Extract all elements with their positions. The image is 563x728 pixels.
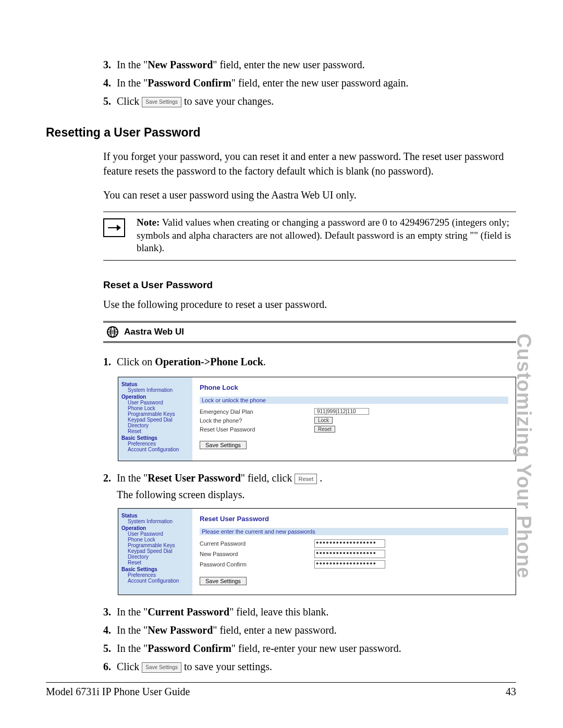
- panel-title: Phone Lock: [200, 384, 508, 391]
- save-settings-button: Save Settings: [200, 441, 247, 449]
- nav-item: User Password: [128, 400, 189, 405]
- note-text: Note: Valid values when creating or chan…: [137, 216, 516, 255]
- save-settings-button-inline: Save Settings: [142, 97, 181, 107]
- side-chapter-tab: Customizing Your Phone: [512, 334, 535, 578]
- step-body: In the "Reset User Password" field, clic…: [117, 471, 516, 486]
- nav-group: Basic Settings: [121, 435, 189, 441]
- step-number: 1.: [103, 354, 117, 369]
- nav-panel: Status System Information Operation User…: [118, 509, 192, 595]
- ui-bar-label: Aastra Web UI: [124, 327, 184, 337]
- step-number: 5.: [103, 641, 117, 656]
- panel-title: Reset User Password: [200, 515, 508, 523]
- nav-item: Preferences: [128, 441, 189, 447]
- new-password-field: ●●●●●●●●●●●●●●●●●●: [314, 550, 385, 558]
- step-number: 5.: [103, 94, 117, 109]
- step-body: Click Save Settings to save your setting…: [117, 659, 516, 674]
- nav-group: Operation: [121, 394, 189, 400]
- step-number: 3.: [103, 604, 117, 620]
- current-password-field: ●●●●●●●●●●●●●●●●●●: [314, 539, 385, 548]
- nav-group: Status: [121, 381, 189, 387]
- subsection-heading: Reset a User Password: [103, 279, 516, 291]
- nav-item: Keypad Speed Dial: [128, 417, 189, 423]
- nav-item: Reset: [128, 428, 189, 434]
- nav-item: Phone Lock: [128, 537, 189, 542]
- step-body: In the "Password Confirm" field, re-ente…: [117, 641, 516, 656]
- step-number: 3.: [103, 57, 117, 72]
- procedure-steps: 1. Click on Operation->Phone Lock.: [103, 354, 516, 369]
- bottom-steps-list: 3. In the "Current Password" field, leav…: [103, 604, 516, 674]
- password-confirm-field: ●●●●●●●●●●●●●●●●●●: [314, 560, 385, 569]
- step-continuation: The following screen displays.: [117, 489, 516, 501]
- save-settings-button: Save Settings: [200, 577, 247, 585]
- paragraph: If you forget your password, you can res…: [103, 149, 516, 178]
- footer-title: Model 6731i IP Phone User Guide: [46, 686, 190, 698]
- nav-item: Programmable Keys: [128, 411, 189, 417]
- step-body: Click on Operation->Phone Lock.: [117, 354, 516, 369]
- nav-group: Operation: [121, 525, 189, 531]
- nav-item: Programmable Keys: [128, 542, 189, 548]
- nav-item: System Information: [128, 519, 189, 524]
- save-settings-button-inline: Save Settings: [142, 662, 181, 673]
- svg-marker-1: [117, 225, 121, 231]
- page-footer: Model 6731i IP Phone User Guide 43: [46, 682, 516, 698]
- step-number: 6.: [103, 659, 117, 674]
- reset-password-screenshot: Status System Information Operation User…: [118, 508, 516, 595]
- top-steps-list: 3. In the "New Password" field, enter th…: [103, 57, 516, 109]
- nav-item: Preferences: [128, 572, 189, 578]
- field-label: Current Password: [200, 540, 314, 547]
- procedure-steps: 2. In the "Reset User Password" field, c…: [103, 471, 516, 486]
- step-number: 2.: [103, 471, 117, 486]
- step-body: In the "Password Confirm" field, enter t…: [117, 76, 516, 91]
- field-label: Emergency Dial Plan: [200, 409, 314, 415]
- step-body: Click Save Settings to save your changes…: [117, 94, 516, 109]
- paragraph: Use the following procedure to reset a u…: [103, 297, 516, 312]
- field-label: Lock the phone?: [200, 417, 314, 424]
- lock-button: Lock: [314, 417, 333, 424]
- phone-lock-screenshot: Status System Information Operation User…: [118, 377, 516, 461]
- reset-button: Reset: [314, 426, 335, 433]
- field-label: New Password: [200, 551, 314, 557]
- emergency-dial-plan-value: 911|999|112|110: [314, 408, 369, 415]
- section-heading: Resetting a User Password: [46, 126, 516, 140]
- note-box: Note: Valid values when creating or chan…: [103, 212, 516, 261]
- nav-item: Directory: [128, 423, 189, 428]
- step-body: In the "New Password" field, enter the n…: [117, 57, 516, 72]
- panel-subhead: Lock or unlock the phone: [200, 397, 508, 404]
- step-body: In the "New Password" field, enter a new…: [117, 623, 516, 638]
- page-number: 43: [506, 686, 516, 698]
- step-number: 4.: [103, 76, 117, 91]
- nav-item: Account Configuration: [128, 447, 189, 452]
- panel-subhead: Please enter the current and new passwor…: [200, 528, 508, 535]
- nav-panel: Status System Information Operation User…: [118, 377, 192, 461]
- ui-bar: Aastra Web UI: [103, 321, 516, 343]
- nav-item: User Password: [128, 531, 189, 537]
- field-label: Password Confirm: [200, 561, 314, 567]
- nav-item: Keypad Speed Dial: [128, 548, 189, 554]
- nav-group: Basic Settings: [121, 566, 189, 572]
- nav-group: Status: [121, 513, 189, 519]
- reset-button-inline: Reset: [295, 474, 317, 484]
- step-number: 4.: [103, 623, 117, 638]
- nav-item: Reset: [128, 560, 189, 565]
- nav-item: Phone Lock: [128, 405, 189, 411]
- step-body: In the "Current Password" field, leave t…: [117, 604, 516, 620]
- field-label: Reset User Password: [200, 426, 314, 433]
- paragraph: You can reset a user password using the …: [103, 188, 516, 202]
- nav-item: Account Configuration: [128, 578, 189, 584]
- arrow-right-icon: [103, 218, 125, 237]
- nav-item: Directory: [128, 554, 189, 560]
- nav-item: System Information: [128, 387, 189, 393]
- globe-icon: [106, 326, 119, 338]
